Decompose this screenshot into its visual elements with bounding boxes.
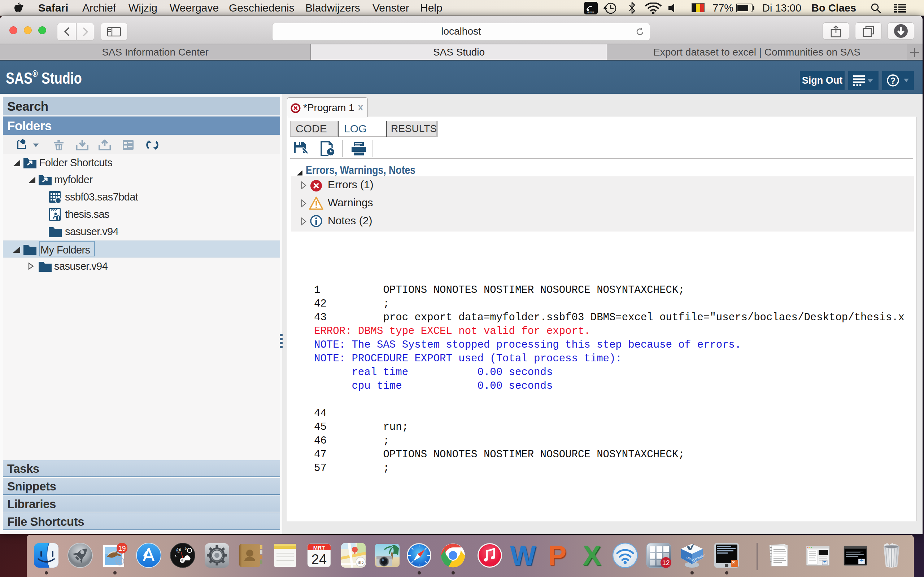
svg-text:3D: 3D <box>358 560 364 565</box>
svg-text:12: 12 <box>662 559 670 567</box>
svg-text:@: @ <box>176 547 181 553</box>
svg-text:24: 24 <box>312 552 327 567</box>
svg-text:19: 19 <box>118 545 126 552</box>
svg-text:?: ? <box>890 76 896 85</box>
svg-text:BOSE: BOSE <box>587 11 594 14</box>
svg-text:♪: ♪ <box>184 545 187 551</box>
svg-text:MRT: MRT <box>313 545 325 551</box>
